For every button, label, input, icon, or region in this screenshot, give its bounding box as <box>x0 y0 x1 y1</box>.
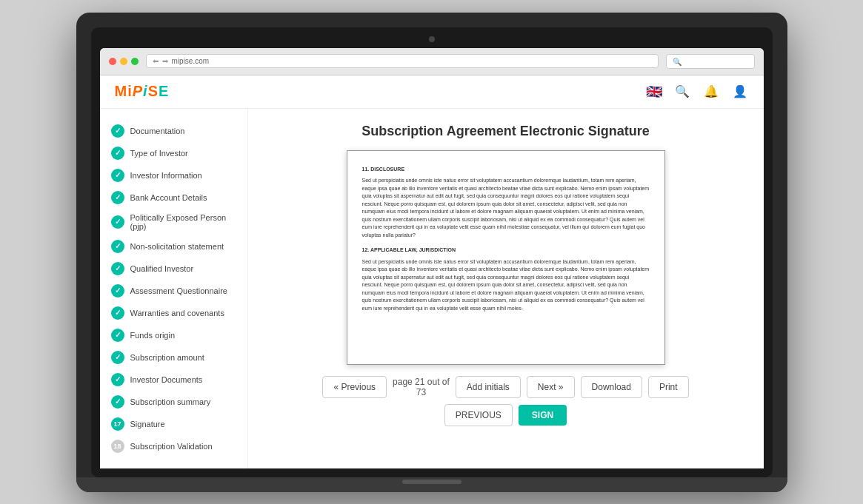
document-navigation-2: PREVIOUS SIGN <box>444 404 567 426</box>
sidebar-item-subscription-amount[interactable]: Subscription amount <box>107 346 240 369</box>
check-icon <box>111 191 124 204</box>
add-initials-button[interactable]: Add initials <box>456 376 521 398</box>
search-bar[interactable]: 🔍 <box>666 54 755 69</box>
page-info: page 21 out of 73 <box>393 377 450 397</box>
browser-content: MiPiSE 🇬🇧 🔍 🔔 👤 Docume <box>100 75 764 468</box>
traffic-lights <box>109 58 139 65</box>
sidebar-label: Non-solicitation statement <box>130 242 224 251</box>
sidebar-label: Signature <box>130 420 165 429</box>
doc-section-2-text: Sed ut perspiciatis unde omnis iste natu… <box>362 258 650 313</box>
check-icon <box>111 147 124 160</box>
check-icon <box>111 373 124 386</box>
app-header: MiPiSE 🇬🇧 🔍 🔔 👤 <box>100 75 764 109</box>
check-icon <box>111 240 124 253</box>
close-button[interactable] <box>109 58 116 65</box>
minimize-button[interactable] <box>120 58 127 65</box>
check-icon <box>111 215 124 229</box>
check-icon <box>111 284 124 298</box>
sidebar-item-qualified-investor[interactable]: Qualified Investor <box>107 258 240 280</box>
sidebar: Documentation Type of Investor Investor … <box>100 109 248 468</box>
sidebar-item-subscription-summary[interactable]: Subscription summary <box>107 391 240 413</box>
app-body: Documentation Type of Investor Investor … <box>100 109 764 468</box>
app-logo: MiPiSE <box>115 83 170 100</box>
sidebar-item-investor-documents[interactable]: Investor Documents <box>107 369 240 391</box>
doc-section-2-title: 12. APPLICABLE LAW, JURISDICTION <box>362 246 650 255</box>
sidebar-label: Investor Documents <box>130 375 203 384</box>
check-icon <box>111 124 124 138</box>
sidebar-label: Assessment Questionnaire <box>130 286 227 295</box>
language-flag-icon[interactable]: 🇬🇧 <box>646 84 662 100</box>
sidebar-label: Documentation <box>130 127 185 135</box>
download-button[interactable]: Download <box>581 376 642 398</box>
next-button[interactable]: Next » <box>527 376 575 398</box>
check-icon <box>111 329 124 342</box>
doc-section-1-title: 11. DISCLOSURE <box>362 166 650 174</box>
sidebar-label: Subscription Validation <box>130 442 213 451</box>
sidebar-item-non-solicitation[interactable]: Non-solicitation statement <box>107 235 240 258</box>
browser-titlebar: ⬅ ➡ mipise.com 🔍 <box>100 48 764 75</box>
sidebar-label: Warranties and covenants <box>130 309 224 317</box>
search-icon[interactable]: 🔍 <box>673 83 691 101</box>
sidebar-item-warranties[interactable]: Warranties and covenants <box>107 302 240 324</box>
url-text: mipise.com <box>172 57 652 65</box>
sidebar-label: Qualified Investor <box>130 264 194 273</box>
sidebar-item-subscription-validation[interactable]: 18 Subscription Validation <box>107 435 240 457</box>
sidebar-item-signature[interactable]: 17 Signature <box>107 413 240 435</box>
sidebar-item-type-of-investor[interactable]: Type of Investor <box>107 142 240 164</box>
sidebar-item-funds-origin[interactable]: Funds origin <box>107 324 240 346</box>
doc-section-1-text: Sed ut perspiciatis unde omnis iste natu… <box>362 177 650 239</box>
check-icon <box>111 262 124 275</box>
sidebar-label: Subscription amount <box>130 353 204 362</box>
header-icons: 🇬🇧 🔍 🔔 👤 <box>646 83 749 101</box>
sign-button[interactable]: SIGN <box>519 405 567 426</box>
address-bar[interactable]: ⬅ ➡ mipise.com <box>146 54 659 68</box>
previous-button-2[interactable]: PREVIOUS <box>444 404 513 426</box>
sidebar-label: Bank Account Details <box>130 193 207 202</box>
camera-dot <box>429 36 435 42</box>
sidebar-item-investor-information[interactable]: Investor Information <box>107 164 240 187</box>
print-button[interactable]: Print <box>648 376 689 398</box>
notification-icon[interactable]: 🔔 <box>702 83 720 101</box>
sidebar-label: Politically Exposed Person (pjp) <box>130 213 236 231</box>
step-number-icon: 17 <box>111 417 124 431</box>
user-icon[interactable]: 👤 <box>731 83 749 101</box>
maximize-button[interactable] <box>131 58 139 65</box>
check-icon <box>111 306 124 320</box>
page-title: Subscription Agreement Electronic Signat… <box>361 124 649 139</box>
sidebar-label: Investor Information <box>130 171 202 180</box>
sidebar-label: Funds origin <box>130 331 176 340</box>
sidebar-item-pep[interactable]: Politically Exposed Person (pjp) <box>107 209 240 235</box>
sidebar-item-assessment[interactable]: Assessment Questionnaire <box>107 280 240 302</box>
sidebar-item-documentation[interactable]: Documentation <box>107 120 240 142</box>
previous-button[interactable]: « Previous <box>322 376 387 398</box>
check-icon <box>111 169 124 182</box>
check-icon <box>111 351 124 364</box>
sidebar-item-bank-account[interactable]: Bank Account Details <box>107 187 240 209</box>
sidebar-label: Subscription summary <box>130 397 211 406</box>
main-content: Subscription Agreement Electronic Signat… <box>248 109 764 468</box>
document-viewer: 11. DISCLOSURE Sed ut perspiciatis unde … <box>347 150 665 365</box>
sidebar-label: Type of Investor <box>130 149 188 158</box>
document-navigation: « Previous page 21 out of 73 Add initial… <box>322 376 688 398</box>
step-number-icon-gray: 18 <box>111 440 124 453</box>
laptop-base <box>76 477 787 492</box>
check-icon <box>111 395 124 409</box>
